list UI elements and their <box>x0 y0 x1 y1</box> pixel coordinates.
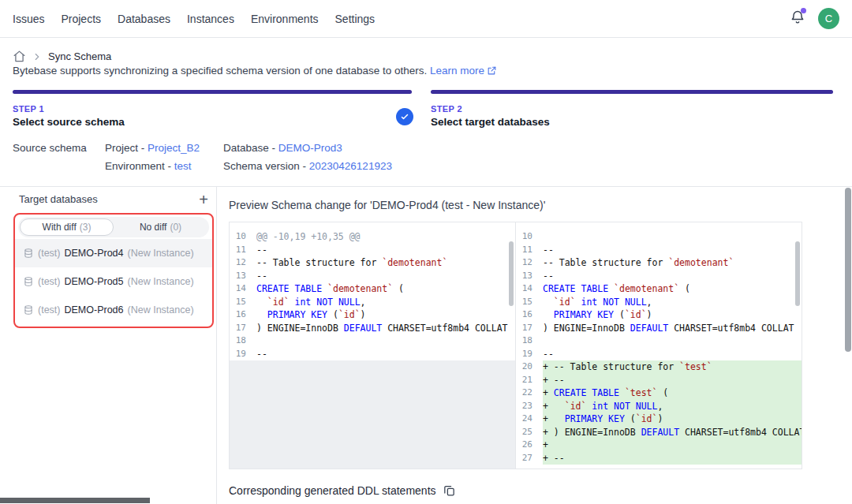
code-line: 17) ENGINE=InnoDB DEFAULT CHARSET=utf8mb… <box>230 322 515 335</box>
line-content: -- <box>543 244 802 257</box>
target-database-item[interactable]: (test)DEMO-Prod6(New Instance) <box>15 296 212 324</box>
code-line: 11-- <box>230 244 515 257</box>
code-line: 18 <box>516 334 802 348</box>
instance-icon <box>23 304 34 315</box>
target-database-list: (test)DEMO-Prod4(New Instance)(test)DEMO… <box>15 239 212 324</box>
page-horizontal-scrollbar-thumb[interactable] <box>0 498 150 503</box>
diff-pane-modified[interactable]: 1011--12-- Table structure for `demotena… <box>515 222 802 469</box>
code-line: 14CREATE TABLE `demotenant` ( <box>230 282 515 296</box>
tab-label: With diff <box>43 222 77 233</box>
source-field-value-link[interactable]: Project_B2 <box>148 142 200 154</box>
code-line: 27+ -- <box>516 452 802 465</box>
code-line: 13-- <box>230 270 515 283</box>
code-line: 15 `id` int NOT NULL, <box>516 296 802 309</box>
step1-title: Select source schema <box>13 116 125 128</box>
line-content: -- <box>256 348 515 361</box>
db-environment: (test) <box>38 304 60 315</box>
code-line: 15 `id` int NOT NULL, <box>230 296 515 309</box>
nav-item-environments[interactable]: Environments <box>251 13 319 25</box>
add-target-database-button[interactable]: + <box>194 190 213 209</box>
source-field: Environment - test <box>105 160 223 172</box>
db-suffix: (New Instance) <box>128 276 194 287</box>
source-field-value-link[interactable]: DEMO-Prod3 <box>278 142 342 154</box>
source-field-label: Project - <box>105 142 148 154</box>
db-suffix: (New Instance) <box>128 248 194 259</box>
notifications-bell-icon[interactable] <box>788 9 807 28</box>
line-content <box>543 230 802 244</box>
nav-item-instances[interactable]: Instances <box>187 13 234 25</box>
copy-icon[interactable] <box>443 483 456 497</box>
line-number: 25 <box>516 426 543 439</box>
page-vertical-scrollbar-thumb[interactable] <box>845 188 851 352</box>
line-number: 10 <box>516 230 543 244</box>
code-line: 18 <box>230 334 515 348</box>
line-number: 14 <box>516 282 543 296</box>
description-text: Bytebase supports synchronizing a specif… <box>13 65 427 77</box>
code-line: 10@@ -10,19 +10,35 @@ <box>230 230 515 244</box>
step1-label: STEP 1 <box>13 104 125 114</box>
line-content: PRIMARY KEY (`id`) <box>543 308 802 322</box>
app-root: IssuesProjectsDatabasesInstancesEnvironm… <box>0 0 852 504</box>
home-icon[interactable] <box>13 50 26 63</box>
line-content <box>543 334 802 348</box>
breadcrumb: Sync Schema <box>13 50 111 63</box>
source-schema-fields: Project - Project_B2Database - DEMO-Prod… <box>105 142 392 172</box>
line-content: + ) ENGINE=InnoDB DEFAULT CHARSET=utf8mb… <box>543 426 802 439</box>
step-1: STEP 1 Select source schema <box>13 104 125 128</box>
code-line: 12-- Table structure for `demotenant` <box>516 256 802 270</box>
db-name: DEMO-Prod4 <box>64 248 123 259</box>
main-nav: IssuesProjectsDatabasesInstancesEnvironm… <box>13 13 375 25</box>
tab-with-diff[interactable]: With diff(3) <box>20 218 114 236</box>
left-pane-scrollbar[interactable] <box>509 241 514 306</box>
page-description: Bytebase supports synchronizing a specif… <box>13 63 497 79</box>
line-number: 13 <box>516 270 543 283</box>
code-line: 23+ `id` int NOT NULL, <box>516 400 802 413</box>
line-number: 22 <box>516 386 543 400</box>
right-pane-scrollbar[interactable] <box>795 241 800 306</box>
chevron-right-icon <box>32 51 43 62</box>
nav-item-settings[interactable]: Settings <box>335 13 376 25</box>
diff-pane-original[interactable]: 10@@ -10,19 +10,35 @@11--12-- Table stru… <box>230 222 515 469</box>
line-number: 27 <box>516 452 543 465</box>
line-number: 21 <box>516 374 543 387</box>
line-content: + `id` int NOT NULL, <box>543 400 802 413</box>
target-database-item[interactable]: (test)DEMO-Prod4(New Instance) <box>15 239 212 267</box>
tab-count: (0) <box>170 222 181 233</box>
target-databases-panel: With diff(3)No diff(0) (test)DEMO-Prod4(… <box>13 213 214 328</box>
line-number: 16 <box>230 308 256 322</box>
code-line: 24+ PRIMARY KEY (`id`) <box>516 413 802 426</box>
source-field-label: Environment - <box>105 160 174 172</box>
step2-progress-bar <box>431 90 833 94</box>
nav-item-issues[interactable]: Issues <box>13 13 44 25</box>
diff-tabs: With diff(3)No diff(0) <box>18 217 209 237</box>
target-databases-title: Target databases <box>19 193 98 205</box>
nav-item-projects[interactable]: Projects <box>61 13 101 25</box>
line-content: `id` int NOT NULL, <box>543 296 802 309</box>
source-field-value-link[interactable]: 20230426121923 <box>309 160 392 172</box>
target-database-item[interactable]: (test)DEMO-Prod5(New Instance) <box>15 267 212 296</box>
db-name: DEMO-Prod6 <box>64 304 123 315</box>
tab-count: (3) <box>80 222 92 233</box>
source-field: Schema version - 20230426121923 <box>223 160 392 172</box>
code-line: 16 PRIMARY KEY (`id`) <box>230 308 515 322</box>
sidebar-divider <box>216 186 217 504</box>
instance-icon <box>23 276 34 287</box>
avatar[interactable]: C <box>818 8 839 29</box>
tab-no-diff[interactable]: No diff(0) <box>114 218 207 236</box>
line-content: -- <box>256 270 515 283</box>
line-number: 12 <box>516 256 543 270</box>
line-number: 14 <box>230 282 256 296</box>
line-content: + CREATE TABLE `test` ( <box>543 386 802 400</box>
nav-item-databases[interactable]: Databases <box>118 13 170 25</box>
source-field-value-link[interactable]: test <box>174 160 192 172</box>
step2-label: STEP 2 <box>431 104 550 114</box>
external-link-icon <box>487 65 497 76</box>
learn-more-link[interactable]: Learn more <box>430 65 484 77</box>
line-content: ) ENGINE=InnoDB DEFAULT CHARSET=utf8mb4 … <box>543 322 802 335</box>
line-number: 10 <box>230 230 256 244</box>
line-number: 19 <box>230 348 256 361</box>
instance-icon <box>23 248 34 259</box>
diff-filler-region <box>230 360 515 469</box>
source-field: Project - Project_B2 <box>105 142 223 154</box>
code-line: 21+ -- <box>516 374 802 387</box>
